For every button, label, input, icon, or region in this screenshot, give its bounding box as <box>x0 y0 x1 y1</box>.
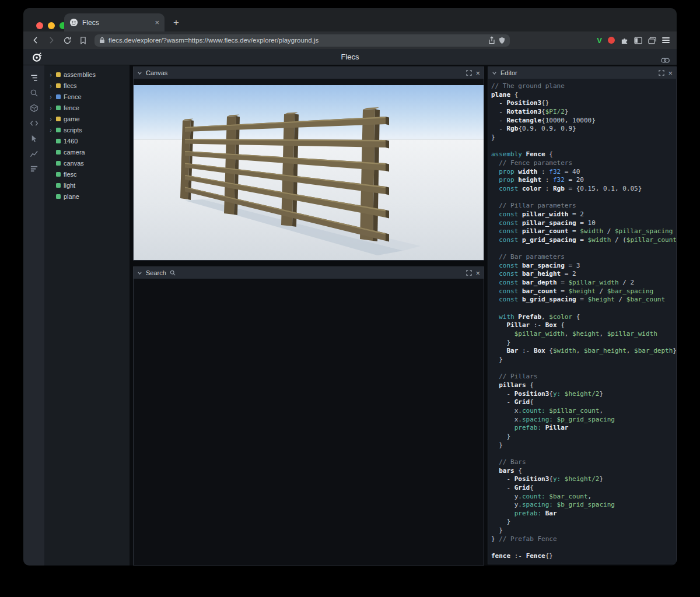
wallet-icon[interactable] <box>648 37 656 44</box>
tree-item-camera[interactable]: camera <box>44 146 130 157</box>
menu-icon[interactable] <box>662 36 670 44</box>
tree-item-flecs[interactable]: ›flecs <box>44 80 130 91</box>
code-line: prefab: Bar <box>491 510 676 518</box>
code-line: - Rectangle{10000, 10000} <box>491 117 676 125</box>
search-results-area[interactable] <box>134 279 484 565</box>
expand-arrow-icon[interactable]: › <box>48 104 53 111</box>
tree-item-label: fence <box>64 104 79 111</box>
fullscreen-icon[interactable] <box>466 270 472 276</box>
sidebar-toggle-icon[interactable] <box>634 37 642 44</box>
entities-icon[interactable] <box>23 100 44 115</box>
code-line: - Position3{} <box>491 99 676 108</box>
expand-arrow-icon[interactable]: › <box>48 127 53 134</box>
tree-item-flesc[interactable]: flesc <box>44 168 130 180</box>
page-title: Flecs <box>341 52 359 61</box>
icon-sidebar <box>23 65 44 566</box>
entity-color-icon <box>56 139 61 143</box>
tree-item-label: scripts <box>64 127 82 134</box>
tree-item-light[interactable]: light <box>44 180 130 191</box>
code-line: } <box>491 134 676 142</box>
tree-item-1460[interactable]: 1460 <box>44 135 130 146</box>
tree-item-scripts[interactable]: ›scripts <box>44 124 130 135</box>
code-line: const bar_height = 2 <box>491 270 676 279</box>
url-bar[interactable]: flecs.dev/explorer/?wasm=https://www.fle… <box>94 34 510 47</box>
search-panel: Search × <box>133 266 484 566</box>
code-line: } <box>491 339 676 347</box>
close-window-button[interactable] <box>36 22 43 29</box>
code-line: - Position3{y: $height/2} <box>491 390 676 399</box>
chevron-down-icon[interactable] <box>137 271 142 276</box>
canvas-panel-header[interactable]: Canvas × <box>134 67 484 79</box>
code-line: } // Prefab Fence <box>491 535 676 544</box>
expand-arrow-icon[interactable]: › <box>48 93 53 100</box>
code-line <box>491 449 676 458</box>
code-line: const bar_depth = $pillar_width / 2 <box>491 279 676 287</box>
new-tab-button[interactable]: + <box>169 17 183 29</box>
close-icon[interactable]: × <box>475 69 480 77</box>
code-line: x.spacing: $p_grid_spacing <box>491 416 676 424</box>
tree-item-label: light <box>64 182 75 189</box>
share-icon[interactable] <box>488 36 495 44</box>
tree-item-label: flecs <box>64 82 77 89</box>
tree-item-game[interactable]: ›game <box>44 113 130 124</box>
tree-icon[interactable] <box>23 70 44 85</box>
code-icon[interactable] <box>23 115 44 131</box>
chart-icon[interactable] <box>23 146 44 161</box>
tree-item-fence[interactable]: ›fence <box>44 102 130 113</box>
editor-panel-title: Editor <box>501 69 517 76</box>
code-line: } <box>491 526 676 535</box>
code-line <box>491 543 676 552</box>
search-icon[interactable] <box>23 85 44 100</box>
shield-icon[interactable] <box>499 37 505 44</box>
close-icon[interactable]: × <box>475 269 480 277</box>
code-line: const b_grid_spacing = $height / $bar_co… <box>491 296 676 304</box>
adblock-icon[interactable] <box>608 37 615 44</box>
code-line <box>491 304 676 313</box>
code-line: plane { <box>491 91 676 100</box>
entity-color-icon <box>56 72 61 77</box>
close-icon[interactable]: × <box>668 69 673 77</box>
forward-icon[interactable] <box>45 34 58 47</box>
browser-window: Flecs × + flecs.dev/explorer/?wasm=https… <box>23 8 677 566</box>
back-icon[interactable] <box>29 34 42 47</box>
minimize-window-button[interactable] <box>48 22 55 29</box>
search-panel-header[interactable]: Search × <box>134 267 484 279</box>
tree-item-Fence[interactable]: ›Fence <box>44 91 130 102</box>
tree-item-canvas[interactable]: canvas <box>44 157 130 168</box>
expand-arrow-icon[interactable]: › <box>48 115 53 122</box>
extension-v-icon[interactable]: V <box>597 36 602 45</box>
code-line: const p_grid_spacing = $width / ($pillar… <box>491 236 676 245</box>
code-line: // The ground plane <box>491 82 676 91</box>
inspect-icon[interactable] <box>23 131 44 146</box>
search-icon[interactable] <box>170 270 176 276</box>
canvas-viewport[interactable] <box>134 79 484 260</box>
reload-icon[interactable] <box>61 34 74 47</box>
share-link-icon[interactable] <box>661 55 670 65</box>
tree-item-assemblies[interactable]: ›assemblies <box>44 69 130 80</box>
browser-tab[interactable]: Flecs × <box>64 13 164 31</box>
bookmarks-icon[interactable] <box>76 34 89 47</box>
chevron-down-icon[interactable] <box>137 71 142 76</box>
tab-close-icon[interactable]: × <box>155 19 159 26</box>
entity-color-icon <box>56 128 61 132</box>
editor-code[interactable]: // The ground planeplane { - Position3{}… <box>488 79 676 564</box>
tree-item-plane[interactable]: plane <box>44 191 130 202</box>
fullscreen-icon[interactable] <box>466 70 472 76</box>
code-line: pillars { <box>491 381 676 390</box>
fullscreen-icon[interactable] <box>659 70 664 76</box>
expand-arrow-icon[interactable]: › <box>48 82 53 89</box>
stats-icon[interactable] <box>23 161 44 176</box>
puzzle-icon[interactable] <box>621 37 628 44</box>
entity-color-icon <box>56 117 61 121</box>
code-line: y.spacing: $b_grid_spacing <box>491 501 676 510</box>
entity-color-icon <box>56 172 61 177</box>
entity-color-icon <box>56 183 61 188</box>
code-line: } <box>491 518 676 526</box>
code-line: // Bars <box>491 458 676 467</box>
code-line: // Pillars <box>491 373 676 381</box>
expand-arrow-icon[interactable]: › <box>48 71 53 78</box>
url-text[interactable]: flecs.dev/explorer/?wasm=https://www.fle… <box>108 37 485 44</box>
entity-tree: ›assemblies›flecs›Fence›fence›game›scrip… <box>44 65 130 566</box>
editor-panel-header[interactable]: Editor × <box>488 67 676 79</box>
chevron-down-icon[interactable] <box>492 71 497 76</box>
